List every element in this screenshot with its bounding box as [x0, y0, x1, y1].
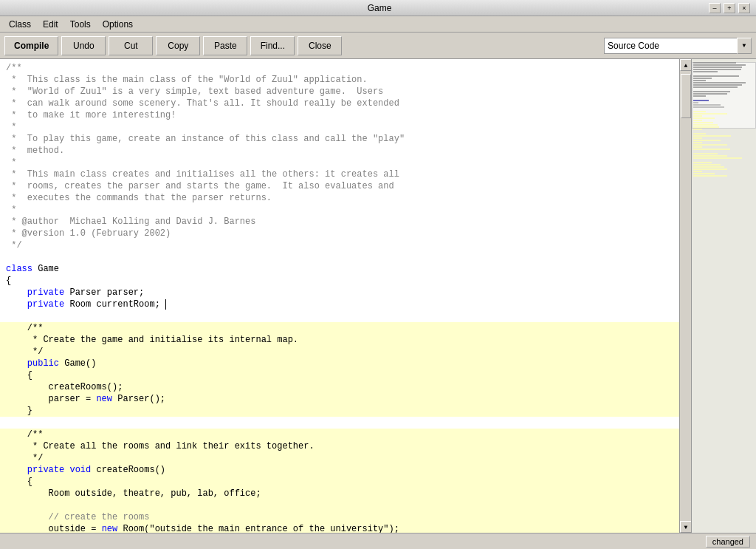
window-controls[interactable]: – + × [709, 3, 750, 13]
undo-button[interactable]: Undo [61, 36, 106, 55]
toolbar: Compile Undo Cut Copy Paste Find... Clos… [0, 33, 756, 59]
scroll-track[interactable] [680, 71, 691, 521]
menu-class[interactable]: Class [3, 18, 37, 31]
menu-bar: Class Edit Tools Options [0, 16, 756, 33]
close-window-button[interactable]: × [738, 3, 750, 13]
menu-edit[interactable]: Edit [37, 18, 64, 31]
copy-button[interactable]: Copy [156, 36, 200, 55]
editor-container: /** * This class is the main class of th… [0, 59, 679, 533]
code-editor[interactable]: /** * This class is the main class of th… [0, 59, 679, 533]
menu-options[interactable]: Options [97, 18, 139, 31]
close-editor-button[interactable]: Close [298, 36, 342, 55]
source-code-select[interactable]: Source Code [604, 38, 752, 54]
scroll-thumb[interactable] [681, 74, 691, 118]
menu-tools[interactable]: Tools [64, 18, 97, 31]
title-bar: Game – + × [0, 0, 756, 16]
vertical-scrollbar[interactable]: ▲ ▼ [679, 59, 691, 533]
maximize-button[interactable]: + [724, 3, 735, 13]
compile-button[interactable]: Compile [4, 36, 58, 55]
changed-badge: changed [706, 536, 750, 548]
source-code-dropdown-area: Source Code ▼ [604, 38, 752, 54]
source-dropdown-wrapper[interactable]: Source Code ▼ [604, 38, 752, 54]
minimize-button[interactable]: – [709, 3, 721, 13]
scroll-down-button[interactable]: ▼ [680, 521, 692, 533]
main-area: /** * This class is the main class of th… [0, 59, 756, 533]
find-button[interactable]: Find... [250, 36, 295, 55]
window-title: Game [50, 3, 709, 13]
status-bar: changed [0, 533, 756, 549]
paste-button[interactable]: Paste [203, 36, 247, 55]
cut-button[interactable]: Cut [109, 36, 153, 55]
minimap-panel [691, 59, 756, 533]
scroll-up-button[interactable]: ▲ [680, 59, 692, 71]
